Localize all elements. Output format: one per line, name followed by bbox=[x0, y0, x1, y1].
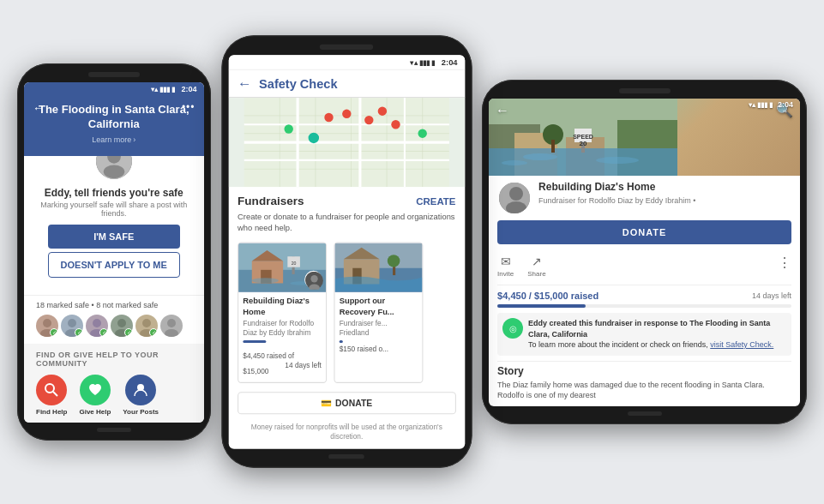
card-2-sub: Fundraiser fe... Friedland bbox=[339, 320, 418, 339]
community-section: FIND OR GIVE HELP TO YOUR COMMUNITY Find… bbox=[24, 344, 204, 423]
svg-point-3 bbox=[43, 319, 51, 327]
raised-progress-bar bbox=[497, 304, 791, 308]
back-icon-1[interactable]: ← bbox=[33, 101, 45, 115]
status-bar-1: ▾▴ ▮▮▮ ▮ 2:04 bbox=[24, 82, 204, 96]
wifi-icon: ▾▴ bbox=[151, 86, 158, 93]
safety-check-icon: ◎ bbox=[502, 318, 523, 339]
status-icons-3: ▾▴ ▮▮▮ ▮ bbox=[749, 101, 773, 109]
community-title: FIND OR GIVE HELP TO YOUR COMMUNITY bbox=[36, 351, 192, 368]
safe-check-3: ✓ bbox=[99, 328, 108, 337]
fundraisers-desc: Create or donate to a fundraiser for peo… bbox=[228, 212, 464, 239]
raised-section: $4,450 / $15,000 raised 14 days left bbox=[497, 285, 791, 304]
find-help-item[interactable]: Find Help bbox=[36, 375, 67, 416]
battery-icon-2: ▮ bbox=[431, 58, 435, 66]
info-box: ◎ Eddy created this fundraiser in respon… bbox=[497, 313, 791, 356]
your-posts-label: Your Posts bbox=[123, 408, 159, 416]
fundraiser-avatar bbox=[497, 181, 532, 215]
safe-check-1: ✓ bbox=[50, 328, 58, 337]
marked-count: 18 marked safe • 8 not marked safe bbox=[24, 301, 204, 315]
status-time-1: 2:04 bbox=[181, 85, 196, 93]
phone-3: SPEED 20 ← 🔍 ▾▴ ▮▮▮ ▮ 2:04 bbox=[482, 80, 807, 424]
friend-avatar-5: ✓ bbox=[135, 315, 158, 337]
phone-2-screen: ▾▴ ▮▮▮ ▮ 2:04 ← Safety Check bbox=[228, 56, 464, 450]
safe-check-2: ✓ bbox=[75, 328, 83, 337]
share-action[interactable]: ↗ Share bbox=[527, 255, 545, 278]
phone2-nav: ← Safety Check bbox=[228, 70, 464, 98]
status-time-3: 2:04 bbox=[778, 100, 793, 109]
give-help-item[interactable]: Give Help bbox=[79, 375, 111, 416]
more-icon-1[interactable]: ••• bbox=[182, 101, 195, 113]
back-icon-2[interactable]: ← bbox=[238, 76, 252, 93]
donate-button-2[interactable]: 💳 DONATE bbox=[238, 393, 455, 415]
card-1-avatar bbox=[304, 271, 322, 289]
raised-amount: $4,450 / $15,000 raised bbox=[497, 291, 598, 301]
signal-icon: ▮▮▮ bbox=[159, 86, 170, 93]
wifi-icon-2: ▾▴ bbox=[410, 58, 417, 66]
svg-point-78 bbox=[509, 187, 523, 201]
friend-avatar-2: ✓ bbox=[61, 315, 83, 337]
signal-icons-1: ▾▴ ▮▮▮ ▮ bbox=[151, 86, 175, 93]
doesnt-apply-button[interactable]: DOESN'T APPLY TO ME bbox=[48, 252, 180, 278]
fundraisers-title: Fundraisers bbox=[238, 195, 304, 208]
svg-point-11 bbox=[142, 319, 151, 327]
fundraiser-title: Rebuilding Diaz's Home bbox=[538, 181, 695, 195]
svg-point-70 bbox=[502, 160, 527, 165]
learn-more-link[interactable]: Learn more › bbox=[33, 135, 195, 144]
phone-1-screen: ▾▴ ▮▮▮ ▮ 2:04 ← ••• The Flooding in Sant… bbox=[24, 82, 204, 423]
safety-check-link[interactable]: visit Safety Check. bbox=[710, 340, 773, 349]
svg-point-13 bbox=[167, 319, 176, 327]
status-bar-2: ▾▴ ▮▮▮ ▮ 2:04 bbox=[228, 56, 464, 71]
safe-subtext: Marking yourself safe will share a post … bbox=[36, 201, 192, 218]
ellipsis-icon: ⋮ bbox=[778, 255, 791, 270]
svg-point-14 bbox=[165, 329, 178, 337]
svg-point-2 bbox=[104, 165, 125, 178]
your-posts-icon bbox=[125, 375, 156, 405]
friend-avatar-6 bbox=[160, 315, 183, 337]
map-view[interactable] bbox=[228, 99, 464, 188]
phone3-content: Rebuilding Diaz's Home Fundraiser for Ro… bbox=[489, 176, 800, 406]
share-label: Share bbox=[527, 270, 545, 278]
fundraisers-section-header: Fundraisers CREATE bbox=[228, 188, 464, 212]
story-title: Story bbox=[497, 361, 791, 380]
svg-text:20: 20 bbox=[291, 261, 296, 266]
give-help-icon bbox=[80, 375, 111, 405]
card-1-amount: $4,450 raised of $15,000 14 days left bbox=[243, 346, 322, 378]
donate-button-3[interactable]: DONATE bbox=[497, 220, 791, 244]
friends-avatars: ✓ ✓ ✓ ✓ ✓ bbox=[24, 315, 204, 337]
more-actions[interactable]: ⋮ bbox=[778, 255, 791, 278]
phone-3-screen: SPEED 20 ← 🔍 ▾▴ ▮▮▮ ▮ 2:04 bbox=[489, 99, 800, 406]
card-1-image: 20 bbox=[238, 243, 326, 292]
safe-heading: Eddy, tell friends you're safe bbox=[45, 187, 183, 199]
im-safe-button[interactable]: I'M SAFE bbox=[48, 225, 180, 249]
chevron-right-icon: › bbox=[133, 135, 135, 144]
svg-rect-76 bbox=[551, 140, 555, 153]
story-text: The Diaz family home was damaged due to … bbox=[497, 380, 791, 401]
find-help-label: Find Help bbox=[36, 408, 67, 416]
money-disclaimer: Money raised for nonprofits will be used… bbox=[228, 420, 464, 449]
create-button[interactable]: CREATE bbox=[416, 195, 455, 206]
svg-point-5 bbox=[68, 319, 76, 327]
invite-action[interactable]: ✉ Invite bbox=[497, 255, 514, 278]
share-icon: ↗ bbox=[532, 255, 542, 268]
svg-text:20: 20 bbox=[580, 140, 587, 147]
nav-title-2: Safety Check bbox=[259, 77, 337, 92]
card-2-image bbox=[334, 243, 422, 292]
card-2-body: Support our Recovery Fu... Fundraiser fe… bbox=[334, 292, 422, 358]
svg-point-7 bbox=[93, 319, 101, 327]
battery-icon: ▮ bbox=[171, 86, 175, 93]
fundraiser-card-1[interactable]: 20 Rebuilding Diaz's Home Fundraiser for… bbox=[238, 243, 327, 383]
card-1-sub: Fundraiser for Rodolfo Diaz by Eddy Ibra… bbox=[243, 320, 322, 339]
raised-days: 14 days left bbox=[752, 291, 791, 300]
card-1-title: Rebuilding Diaz's Home bbox=[243, 297, 322, 318]
phones-container: ▾▴ ▮▮▮ ▮ 2:04 ← ••• The Flooding in Sant… bbox=[0, 27, 824, 477]
fundraiser-subtitle: Fundraiser for Rodolfo Diaz by Eddy Ibra… bbox=[538, 196, 695, 205]
svg-line-16 bbox=[53, 392, 57, 396]
friend-avatar-3: ✓ bbox=[86, 315, 108, 337]
svg-text:SPEED: SPEED bbox=[573, 134, 593, 140]
fundraiser-card-2[interactable]: Support our Recovery Fu... Fundraiser fe… bbox=[334, 243, 423, 383]
fundraiser-cards: 20 Rebuilding Diaz's Home Fundraiser for… bbox=[228, 239, 464, 387]
phone1-header: ← ••• The Flooding in Santa Clara, Calif… bbox=[24, 96, 204, 156]
your-posts-item[interactable]: Your Posts bbox=[123, 375, 159, 416]
svg-point-68 bbox=[523, 153, 557, 160]
safe-check-section: Eddy, tell friends you're safe Marking y… bbox=[24, 141, 204, 286]
